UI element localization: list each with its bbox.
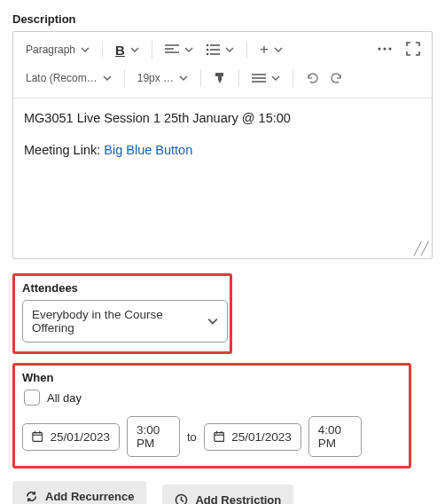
add-restriction-label: Add Restriction — [195, 493, 281, 504]
redo-icon — [330, 71, 344, 85]
chevron-down-icon — [81, 45, 90, 54]
svg-point-4 — [383, 47, 386, 50]
end-date-field[interactable]: 25/01/2023 — [204, 423, 301, 451]
add-recurrence-label: Add Recurrence — [45, 490, 134, 503]
when-highlight: When All day 25/01/2023 3:00 PM to 25/01… — [12, 363, 411, 469]
chevron-down-icon — [225, 45, 234, 54]
chevron-down-icon — [130, 45, 139, 54]
svg-point-1 — [207, 49, 209, 51]
to-label: to — [187, 430, 197, 444]
description-label: Description — [12, 12, 433, 26]
calendar-icon — [32, 430, 43, 443]
line-spacing-dropdown[interactable] — [248, 70, 284, 86]
content-line: MG3051 Live Session 1 25th January @ 15:… — [24, 109, 421, 129]
editor-toolbar: Paragraph B — [13, 32, 432, 98]
resize-handle[interactable]: ╱╱ — [414, 242, 428, 255]
redo-button[interactable] — [327, 68, 347, 88]
add-restriction-button[interactable]: Add Restriction — [162, 484, 293, 504]
chevron-down-icon — [179, 74, 188, 83]
add-recurrence-button[interactable]: Add Recurrence — [12, 481, 146, 504]
chevron-down-icon — [274, 45, 283, 54]
editor-content[interactable]: MG3051 Live Session 1 25th January @ 15:… — [13, 98, 432, 249]
toolbar-separator — [238, 69, 239, 87]
svg-point-5 — [388, 47, 391, 50]
chevron-down-icon — [207, 316, 218, 327]
font-size-label: 19px … — [137, 72, 174, 84]
font-family-label: Lato (Recom… — [26, 72, 98, 84]
toolbar-separator — [246, 41, 247, 59]
toolbar-separator — [152, 41, 152, 59]
paragraph-style-label: Paragraph — [26, 43, 75, 56]
start-time-value: 3:00 PM — [137, 423, 170, 450]
when-label: When — [22, 371, 402, 384]
attendees-highlight: Attendees Everybody in the Course Offeri… — [12, 273, 232, 354]
end-time-value: 4:00 PM — [318, 423, 352, 450]
chevron-down-icon — [271, 74, 280, 83]
toolbar-separator — [200, 69, 201, 87]
bold-dropdown[interactable]: B — [112, 41, 143, 59]
toolbar-separator — [293, 69, 293, 87]
end-date-value: 25/01/2023 — [231, 430, 292, 444]
start-date-value: 25/01/2023 — [50, 430, 110, 444]
svg-point-0 — [207, 44, 209, 47]
start-date-field[interactable]: 25/01/2023 — [22, 423, 120, 451]
meeting-link-prefix: Meeting Link: — [24, 143, 104, 157]
toolbar-separator — [102, 41, 103, 59]
meeting-link[interactable]: Big Blue Button — [104, 143, 192, 157]
font-size-dropdown[interactable]: 19px … — [134, 70, 191, 86]
all-day-label: All day — [47, 391, 82, 405]
svg-point-3 — [378, 47, 380, 50]
recurrence-icon — [25, 490, 38, 503]
list-dropdown[interactable] — [202, 42, 238, 58]
format-painter-button[interactable] — [210, 68, 230, 88]
content-line: Meeting Link: Big Blue Button — [24, 141, 421, 161]
alignment-dropdown[interactable] — [161, 42, 197, 58]
ellipsis-icon — [377, 46, 393, 51]
undo-button[interactable] — [302, 68, 322, 88]
svg-point-2 — [207, 53, 209, 56]
list-icon — [206, 43, 220, 56]
attendees-select[interactable]: Everybody in the Course Offering — [22, 300, 228, 343]
undo-icon — [305, 71, 319, 85]
toolbar-separator — [124, 69, 125, 87]
rich-text-editor: Paragraph B — [12, 31, 433, 259]
font-family-dropdown[interactable]: Lato (Recom… — [22, 70, 115, 86]
bold-icon: B — [115, 43, 125, 58]
end-time-field[interactable]: 4:00 PM — [308, 416, 362, 457]
attendees-selected: Everybody in the Course Offering — [32, 308, 207, 335]
svg-rect-7 — [215, 433, 224, 442]
line-spacing-icon — [252, 72, 266, 84]
chevron-down-icon — [184, 45, 193, 54]
svg-rect-6 — [33, 433, 43, 442]
clock-icon — [175, 493, 188, 504]
start-time-field[interactable]: 3:00 PM — [127, 416, 180, 457]
attendees-label: Attendees — [22, 281, 222, 295]
calendar-icon — [214, 430, 224, 443]
all-day-checkbox[interactable] — [24, 390, 40, 406]
format-painter-icon — [213, 71, 227, 85]
more-actions-button[interactable] — [375, 39, 394, 59]
expand-icon — [406, 42, 420, 56]
paragraph-style-dropdown[interactable]: Paragraph — [22, 42, 93, 58]
chevron-down-icon — [103, 74, 112, 83]
align-icon — [165, 43, 179, 56]
insert-dropdown[interactable]: + — [256, 43, 286, 56]
restriction-highlight: Add Restriction — [159, 481, 297, 504]
fullscreen-button[interactable] — [403, 39, 423, 59]
